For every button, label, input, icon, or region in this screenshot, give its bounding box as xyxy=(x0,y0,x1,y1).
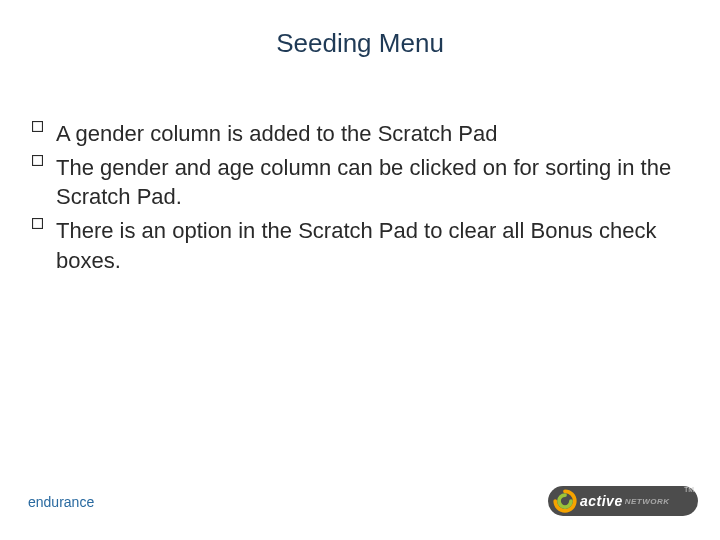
square-bullet-icon xyxy=(32,121,43,132)
list-item: There is an option in the Scratch Pad to… xyxy=(28,216,692,275)
logo-bubble: active NETWORK TM xyxy=(548,486,698,516)
body-content: A gender column is added to the Scratch … xyxy=(0,59,720,275)
page-title: Seeding Menu xyxy=(0,28,720,59)
list-item: The gender and age column can be clicked… xyxy=(28,153,692,212)
svg-rect-1 xyxy=(32,155,43,166)
brand-logo: active NETWORK TM xyxy=(548,486,698,522)
logo-subtext: NETWORK xyxy=(625,497,670,506)
title-container: Seeding Menu xyxy=(0,0,720,59)
slide: Seeding Menu A gender column is added to… xyxy=(0,0,720,540)
list-item-text: There is an option in the Scratch Pad to… xyxy=(56,218,656,273)
svg-rect-2 xyxy=(32,218,43,229)
list-item-text: The gender and age column can be clicked… xyxy=(56,155,671,210)
footer-label: endurance xyxy=(28,494,94,510)
square-bullet-icon xyxy=(32,218,43,229)
trademark-icon: TM xyxy=(684,486,694,493)
logo-wordmark: active xyxy=(580,493,623,509)
square-bullet-icon xyxy=(32,155,43,166)
list-item-text: A gender column is added to the Scratch … xyxy=(56,121,498,146)
list-item: A gender column is added to the Scratch … xyxy=(28,119,692,149)
svg-rect-0 xyxy=(32,121,43,132)
bullet-list: A gender column is added to the Scratch … xyxy=(28,119,692,275)
swirl-icon xyxy=(552,488,578,514)
